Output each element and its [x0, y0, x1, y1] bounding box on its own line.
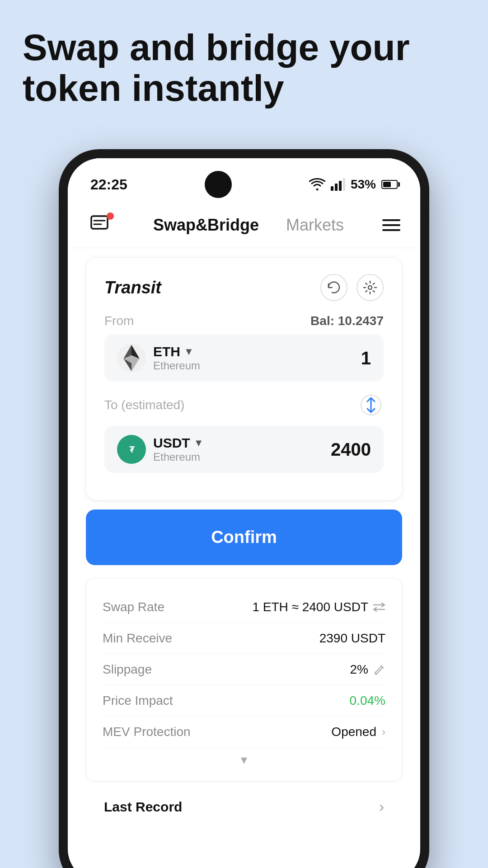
min-receive-row: Min Receive 2390 USDT — [103, 623, 385, 654]
to-token-input: ₮ USDT ▼ Ethereum 2400 — [104, 426, 384, 473]
from-label-row: From Bal: 10.2437 — [104, 314, 384, 328]
swap-rate-icon — [373, 602, 385, 612]
from-label: From — [104, 314, 134, 328]
from-token-info: ETH ▼ Ethereum — [153, 344, 200, 372]
hero-title: Swap and bridge your token instantly — [23, 27, 465, 108]
phone-screen: 22:25 53% — [68, 158, 420, 868]
swap-divider: To (estimated) — [104, 392, 384, 418]
collapse-icon[interactable]: ▾ — [241, 752, 247, 767]
slippage-row: Slippage 2% — [103, 654, 385, 685]
to-token-info: USDT ▼ Ethereum — [153, 435, 203, 463]
from-token-selector[interactable]: ETH ▼ Ethereum — [117, 344, 200, 373]
slippage-edit-icon[interactable] — [374, 664, 385, 675]
to-token-symbol: USDT ▼ — [153, 435, 203, 451]
nav-bar: Swap&Bridge Markets — [68, 203, 420, 248]
price-impact-value: 0.04% — [350, 693, 385, 708]
mev-protection-row[interactable]: MEV Protection Opened › — [103, 717, 385, 748]
to-token-chain: Ethereum — [153, 451, 203, 463]
to-token-selector[interactable]: ₮ USDT ▼ Ethereum — [117, 435, 203, 464]
settings-button[interactable] — [357, 274, 384, 301]
info-footer: ▾ — [103, 748, 385, 767]
notifications-button[interactable] — [88, 212, 115, 239]
camera-notch — [205, 171, 232, 198]
price-impact-label: Price Impact — [103, 693, 173, 708]
status-bar: 22:25 53% — [68, 158, 420, 203]
from-token-symbol: ETH ▼ — [153, 344, 200, 359]
hero-section: Swap and bridge your token instantly — [23, 27, 465, 108]
min-receive-label: Min Receive — [103, 631, 172, 646]
swap-rate-row: Swap Rate 1 ETH ≈ 2400 USDT — [103, 592, 385, 623]
svg-point-7 — [368, 286, 372, 289]
price-impact-row: Price Impact 0.04% — [103, 685, 385, 717]
tab-swap-bridge[interactable]: Swap&Bridge — [153, 216, 259, 235]
signal-icon — [331, 178, 345, 191]
battery-percentage: 53% — [351, 177, 376, 192]
usdt-logo: ₮ — [117, 435, 146, 464]
min-receive-value: 2390 USDT — [319, 631, 385, 646]
svg-rect-4 — [91, 216, 108, 229]
to-token-chevron: ▼ — [194, 437, 204, 449]
confirm-button[interactable]: Confirm — [86, 509, 402, 565]
eth-logo — [117, 344, 146, 373]
svg-rect-1 — [335, 184, 338, 191]
transit-brand: Transit — [104, 278, 161, 297]
to-amount: 2400 — [331, 439, 371, 460]
battery-icon — [381, 180, 398, 189]
balance-display: Bal: 10.2437 — [310, 314, 384, 328]
nav-tabs: Swap&Bridge Markets — [115, 216, 382, 235]
wifi-icon — [309, 178, 325, 191]
swap-rate-label: Swap Rate — [103, 600, 164, 614]
main-content: Transit — [68, 248, 420, 837]
svg-rect-2 — [339, 181, 342, 191]
status-icons: 53% — [309, 177, 398, 192]
swap-info-card: Swap Rate 1 ETH ≈ 2400 USDT Min Receive … — [86, 578, 402, 781]
refresh-button[interactable] — [320, 274, 347, 301]
from-token-chain: Ethereum — [153, 359, 200, 372]
slippage-label: Slippage — [103, 662, 152, 677]
mev-arrow-icon: › — [382, 726, 385, 738]
from-token-chevron: ▼ — [184, 346, 194, 358]
last-record-label: Last Record — [104, 799, 182, 815]
to-label: To (estimated) — [104, 398, 184, 412]
mev-protection-label: MEV Protection — [103, 725, 191, 739]
transit-card: Transit — [86, 257, 402, 500]
svg-rect-0 — [331, 186, 333, 191]
svg-rect-3 — [343, 178, 345, 191]
menu-button[interactable] — [382, 219, 400, 231]
slippage-value: 2% — [350, 662, 385, 677]
card-header: Transit — [104, 274, 384, 301]
mev-protection-value: Opened › — [331, 725, 385, 739]
swap-rate-value: 1 ETH ≈ 2400 USDT — [252, 600, 385, 614]
card-actions — [320, 274, 384, 301]
last-record-row: Last Record › — [86, 786, 402, 828]
from-amount[interactable]: 1 — [361, 348, 371, 368]
notification-badge — [107, 212, 114, 220]
from-token-input: ETH ▼ Ethereum 1 — [104, 335, 384, 382]
swap-direction-button[interactable] — [358, 392, 384, 418]
tab-markets[interactable]: Markets — [286, 216, 344, 235]
last-record-arrow[interactable]: › — [379, 798, 384, 815]
phone-frame: 22:25 53% — [59, 149, 429, 868]
status-time: 22:25 — [90, 176, 127, 193]
